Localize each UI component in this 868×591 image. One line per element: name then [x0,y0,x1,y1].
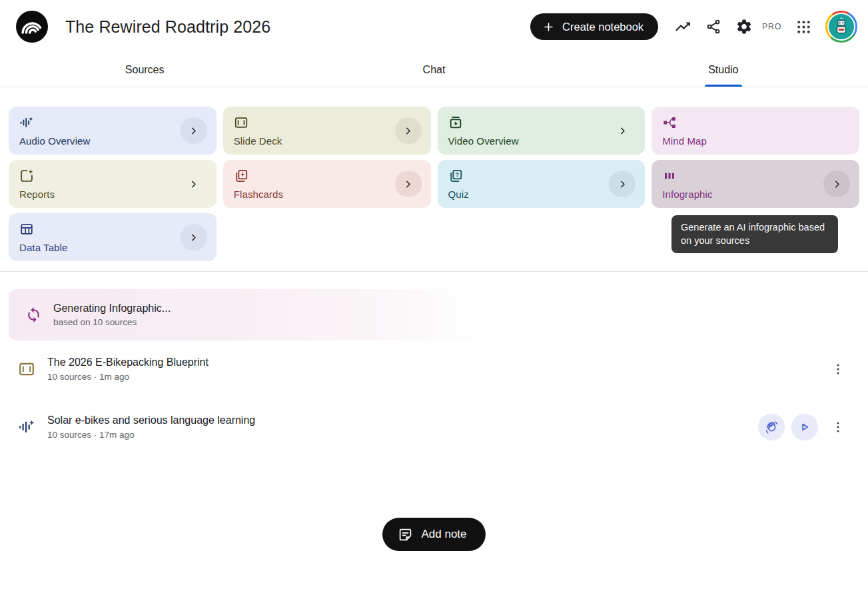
generating-infographic-banner: Generating Infographic... based on 10 so… [9,289,859,340]
user-avatar[interactable] [825,11,857,43]
generating-title: Generating Infographic... [53,302,171,314]
audio-overview-open-chevron[interactable] [181,117,207,144]
quiz-open-chevron[interactable] [609,171,636,197]
tool-card-video-overview[interactable]: Video Overview [438,107,646,155]
tab-bar: Sources Chat Studio [0,53,868,87]
avatar-robot-image [827,13,855,41]
svg-text:?: ? [455,171,459,178]
play-icon [798,420,811,434]
settings-gear-icon[interactable] [730,13,758,41]
plus-icon [542,21,555,33]
generating-subtitle: based on 10 sources [53,317,171,327]
artifact-meta: 10 sources · 17m ago [47,430,255,440]
infographic-tooltip: Generate an AI infographic based on your… [671,215,838,253]
artifact-row-slide-deck[interactable]: The 2026 E-Bikepacking Blueprint 10 sour… [9,340,859,398]
play-audio-button[interactable] [791,414,818,440]
tool-card-audio-overview[interactable]: Audio Overview [9,107,217,155]
quiz-icon: ? [448,169,463,183]
artifact-more-menu[interactable] [826,415,850,439]
active-tab-underline [705,85,742,87]
google-apps-grid-icon[interactable] [789,13,817,41]
header-actions: Create notebook PRO [530,11,857,43]
mind-map-icon [662,115,677,130]
tool-card-mind-map[interactable]: Mind Map [651,107,859,155]
artifact-title[interactable]: Solar e-bikes and serious language learn… [47,414,255,426]
data-table-open-chevron[interactable] [181,224,207,251]
video-overview-open-chevron[interactable] [609,117,636,144]
slide-deck-artifact-icon [18,360,35,378]
interactive-mode-button[interactable] [758,414,785,440]
tool-card-flashcards[interactable]: Flashcards [223,160,431,208]
artifact-more-menu[interactable] [826,357,850,381]
infographic-open-chevron[interactable] [823,171,850,197]
tab-chat[interactable]: Chat [289,53,578,87]
tool-card-reports[interactable]: Reports [9,160,217,208]
flashcards-open-chevron[interactable] [395,171,422,197]
flashcards-icon [234,169,248,183]
section-divider [0,271,868,272]
tab-sources[interactable]: Sources [0,53,289,87]
note-icon [398,528,412,542]
share-icon[interactable] [699,13,727,41]
add-note-container: Add note [0,518,868,551]
slide-deck-open-chevron[interactable] [395,117,422,144]
reports-sparkle-icon [19,169,34,183]
tool-card-slide-deck[interactable]: Slide Deck [223,107,431,155]
audio-artifact-icon [18,418,35,436]
notebook-title[interactable]: The Rewired Roadtrip 2026 [65,17,270,37]
header: The Rewired Roadtrip 2026 Create noteboo… [0,0,868,53]
video-overview-icon [448,115,463,130]
reports-open-chevron[interactable] [181,171,207,197]
tab-studio[interactable]: Studio [579,53,868,87]
waving-hand-icon [765,420,779,434]
waveform-sparkle-icon [19,115,34,130]
tool-card-quiz[interactable]: ? Quiz [438,160,646,208]
spinner-sync-icon [25,306,42,323]
analytics-trending-icon[interactable] [669,13,697,41]
artifact-row-audio-overview[interactable]: Solar e-bikes and serious language learn… [9,398,859,456]
create-notebook-button[interactable]: Create notebook [530,13,658,40]
data-table-icon [19,222,34,237]
notebooklm-logo-icon[interactable] [16,11,48,43]
artifact-title[interactable]: The 2026 E-Bikepacking Blueprint [47,356,209,368]
tool-card-infographic[interactable]: Infographic [651,160,859,208]
tool-card-data-table[interactable]: Data Table [9,213,217,261]
artifact-meta: 10 sources · 1m ago [47,372,209,382]
add-note-button[interactable]: Add note [382,518,485,551]
slide-deck-icon [234,115,248,130]
pro-badge: PRO [762,22,781,31]
infographic-bars-icon [662,169,677,183]
notebooklm-page: The Rewired Roadtrip 2026 Create noteboo… [0,0,868,591]
